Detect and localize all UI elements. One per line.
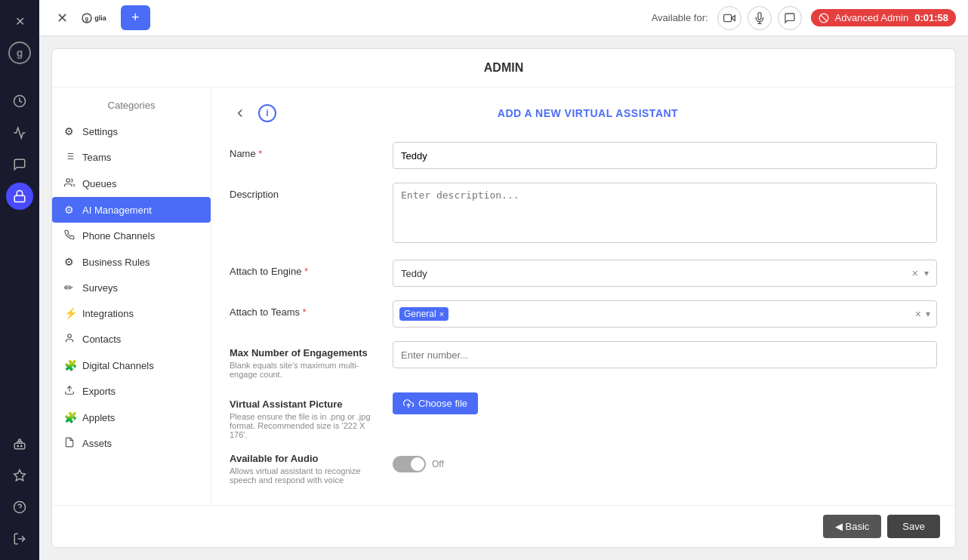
max-engagements-label: Max Number of Engagements Blank equals s…: [230, 341, 381, 379]
name-label: Name *: [230, 142, 381, 159]
svg-marker-11: [14, 470, 26, 481]
audio-toggle-container: Off: [393, 456, 444, 472]
close-icon[interactable]: ✕: [6, 8, 33, 35]
max-engagements-control: [393, 341, 937, 368]
svg-rect-4: [14, 443, 25, 449]
attach-teams-select[interactable]: General × × ▾: [393, 300, 937, 328]
remove-general-tag[interactable]: ×: [439, 309, 444, 318]
settings-icon: ⚙: [64, 125, 76, 137]
close-button[interactable]: ✕: [51, 8, 72, 29]
back-button[interactable]: [230, 103, 251, 124]
attach-engine-label: Attach to Engine *: [230, 260, 381, 277]
svg-rect-3: [14, 195, 25, 202]
sidebar-item-settings[interactable]: ⚙ Settings: [52, 118, 211, 144]
save-button[interactable]: Save: [887, 515, 940, 538]
attach-engine-select[interactable]: Teddy × ▾: [393, 260, 937, 287]
admin-panel: ADMIN Categories ⚙ Settings Teams: [51, 48, 956, 548]
categories-title: Categories: [52, 100, 211, 111]
available-text: Available for:: [652, 12, 708, 23]
chat-icon[interactable]: [778, 6, 802, 30]
max-engagements-row: Max Number of Engagements Blank equals s…: [230, 341, 937, 379]
sidebar-item-contacts[interactable]: Contacts: [52, 326, 211, 352]
available-audio-row: Available for Audio Allows virtual assis…: [230, 453, 937, 485]
attach-engine-row: Attach to Engine * Teddy × ▾: [230, 260, 937, 287]
phone-icon: [64, 229, 76, 242]
va-picture-control: Choose file: [393, 392, 937, 414]
video-icon[interactable]: [717, 6, 741, 30]
digital-icon: 🧩: [64, 359, 76, 371]
chart-icon[interactable]: [6, 119, 33, 146]
ai-icon: ⚙: [64, 204, 76, 216]
admin-body: Categories ⚙ Settings Teams: [52, 88, 955, 505]
sidebar-item-teams[interactable]: Teams: [52, 144, 211, 171]
media-icons: [717, 6, 802, 30]
svg-text:glia: glia: [94, 14, 106, 22]
description-input[interactable]: [393, 183, 937, 243]
form-panel: i ADD A NEW VIRTUAL ASSISTANT Name *: [211, 88, 955, 505]
topbar: ✕ g glia + Available for:: [39, 0, 968, 36]
applets-icon: 🧩: [64, 411, 76, 423]
svg-text:g: g: [85, 15, 88, 21]
main-area: ✕ g glia + Available for:: [39, 0, 968, 560]
form-header: i ADD A NEW VIRTUAL ASSISTANT: [230, 103, 937, 124]
basic-button[interactable]: ◀ Basic: [823, 515, 882, 538]
attach-engine-control: Teddy × ▾: [393, 260, 937, 287]
clock-icon[interactable]: [6, 88, 33, 115]
teams-icon: [64, 151, 76, 164]
name-row: Name *: [230, 142, 937, 169]
exports-icon: [64, 385, 76, 398]
svg-point-6: [21, 445, 23, 447]
glia-logo: g: [8, 41, 32, 65]
svg-text:g: g: [17, 47, 23, 59]
sidebar-item-queues[interactable]: Queues: [52, 171, 211, 197]
audio-toggle[interactable]: [393, 456, 426, 472]
sidebar-item-assets[interactable]: Assets: [52, 430, 211, 457]
teams-chevron: ▾: [926, 309, 930, 319]
team-tag-general: General ×: [399, 307, 449, 321]
max-engagements-input[interactable]: [393, 341, 937, 368]
sidebar-item-integrations[interactable]: ⚡ Integrations: [52, 300, 211, 326]
sidebar-item-phone-channels[interactable]: Phone Channels: [52, 223, 211, 249]
clear-teams-btn[interactable]: ×: [915, 308, 921, 320]
code-icon[interactable]: [6, 462, 33, 489]
user-badge[interactable]: Advanced Admin 0:01:58: [811, 9, 956, 26]
bubble-icon[interactable]: [6, 151, 33, 178]
svg-marker-18: [731, 15, 735, 20]
bot-icon[interactable]: [6, 430, 33, 457]
va-picture-row: Virtual Assistant Picture Please ensure …: [230, 392, 937, 439]
svg-point-5: [17, 445, 19, 447]
svg-line-23: [820, 14, 826, 20]
bottom-bar: ◀ Basic Save: [52, 505, 955, 547]
svg-point-31: [68, 334, 72, 338]
timer: 0:01:58: [914, 12, 948, 23]
info-button[interactable]: i: [258, 104, 276, 122]
queues-icon: [64, 177, 76, 190]
description-label: Description: [230, 183, 381, 200]
toggle-knob: [411, 457, 424, 471]
sidebar-item-surveys[interactable]: ✏ Surveys: [52, 275, 211, 300]
logout-icon[interactable]: [6, 525, 33, 552]
left-sidebar: ✕ g: [0, 0, 39, 560]
surveys-icon: ✏: [64, 282, 76, 294]
lock-icon[interactable]: [6, 183, 33, 210]
svg-point-30: [66, 179, 70, 183]
choose-file-button[interactable]: Choose file: [393, 392, 478, 414]
name-control: [393, 142, 937, 169]
add-button[interactable]: +: [121, 5, 150, 30]
svg-rect-19: [723, 14, 731, 21]
sidebar-item-business-rules[interactable]: ⚙ Business Rules: [52, 249, 211, 275]
sidebar-item-exports[interactable]: Exports: [52, 378, 211, 405]
mic-icon[interactable]: [748, 6, 772, 30]
description-control: [393, 183, 937, 246]
help-icon[interactable]: [6, 494, 33, 521]
toggle-state: Off: [432, 459, 444, 469]
attach-teams-label: Attach to Teams *: [230, 300, 381, 318]
integrations-icon: ⚡: [64, 307, 76, 319]
sidebar-item-ai-management[interactable]: ⚙ AI Management: [52, 197, 211, 223]
sidebar-item-applets[interactable]: 🧩 Applets: [52, 405, 211, 430]
business-icon: ⚙: [64, 256, 76, 268]
assets-icon: [64, 437, 76, 450]
description-row: Description: [230, 183, 937, 246]
sidebar-item-digital-channels[interactable]: 🧩 Digital Channels: [52, 352, 211, 378]
name-input[interactable]: [393, 142, 937, 169]
